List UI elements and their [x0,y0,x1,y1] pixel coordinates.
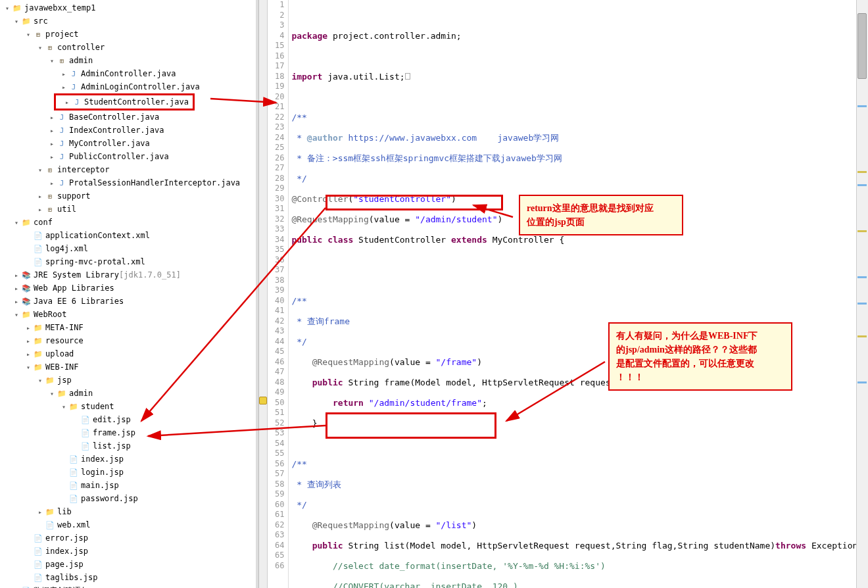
code-area[interactable]: package project.controller.admin; import… [289,0,868,588]
tree-item[interactable]: ▾📁admin [0,387,256,400]
tree-item[interactable]: 📄list.jsp [0,439,256,453]
scroll-thumb[interactable] [857,13,867,79]
tree-item[interactable]: ▾📁WEB-INF [0,360,256,374]
tree-item[interactable]: ▾📁jsp [0,374,256,387]
tree-item[interactable]: ▾⊞project [0,28,256,41]
tree-item[interactable]: ▾📁student [0,400,256,413]
tree-item[interactable]: ▸JProtalSessionHandlerInterceptor.java [0,176,256,189]
tree-item[interactable]: ▸JAdminController.java [0,67,256,80]
tree-item[interactable]: ▸JPublicController.java [0,150,256,163]
tree-item[interactable]: ▸📚JRE System Library [jdk1.7.0_51] [0,268,256,282]
annotation-callout: 有人有疑问，为什么是WEB-INF下 的jsp/admin这样的路径？？这些都 … [608,322,792,391]
tree-item[interactable]: 📄applicationContext.xml [0,229,256,242]
tree-item[interactable]: 📄taglibs.jsp [0,571,256,584]
tree-item[interactable]: ▾📁conf [0,216,256,229]
tree-item[interactable]: ▾⊞interceptor [0,163,256,176]
tree-item[interactable]: ▾📁javawebxx_temp1 [0,1,256,14]
tree-item[interactable]: 📄index.jsp [0,453,256,466]
annotation-callout: return这里的意思就是找到对应 位置的jsp页面 [519,195,683,235]
tree-item[interactable]: ▾⊞controller [0,41,256,54]
tree-item[interactable]: 📄main.jsp [0,479,256,492]
line-gutter: 1234151617181920212223242526272829303132… [268,0,289,588]
project-explorer[interactable]: ▾📁javawebxx_temp1 ▾📁src ▾⊞project ▾⊞cont… [0,0,256,588]
warning-marker-icon[interactable] [259,397,267,404]
tree-item[interactable]: ▾⊞admin [0,54,256,67]
tree-item[interactable]: ▸JMyController.java [0,137,256,150]
tree-item[interactable]: ▸JIndexController.java [0,124,256,137]
vertical-scrollbar[interactable] [856,0,868,588]
tree-item[interactable]: ▸📁upload [0,347,256,360]
tree-item[interactable]: ▾📁WebRoot [0,308,256,321]
tree-item[interactable]: ▸📁lib [0,505,256,518]
tree-item[interactable]: 📄数据库创建语句 [0,584,256,588]
tree-item[interactable]: ▸JBaseController.java [0,110,256,124]
tree-item[interactable]: ▸📁META-INF [0,321,256,334]
tree-item[interactable]: ▸📚Java EE 6 Libraries [0,295,256,308]
tree-item-selected[interactable]: ▸JStudentController.java [57,95,191,109]
tree-item[interactable]: 📄web.xml [0,518,256,531]
tree-item[interactable]: 📄frame.jsp [0,426,256,439]
tree-item[interactable]: 📄password.jsp [0,492,256,505]
tree-item[interactable]: 📄page.jsp [0,558,256,571]
tree-item[interactable]: ▸📁resource [0,334,256,347]
tree-item[interactable]: 📄edit.jsp [0,413,256,426]
tree-item[interactable]: 📄login.jsp [0,466,256,479]
tree-item[interactable]: 📄error.jsp [0,531,256,545]
tree-item[interactable]: ▸⊞util [0,203,256,216]
tree-item[interactable]: 📄index.jsp [0,545,256,558]
tree-item[interactable]: ▸⊞support [0,189,256,203]
tree-item[interactable]: ▸JAdminLoginController.java [0,80,256,93]
code-editor[interactable]: 1234151617181920212223242526272829303132… [259,0,868,588]
tree-item[interactable]: ▸📚Web App Libraries [0,282,256,295]
tree-item[interactable]: 📄log4j.xml [0,242,256,255]
editor-ruler [259,0,268,588]
tree-item[interactable]: 📄spring-mvc-protal.xml [0,255,256,268]
tree-item[interactable]: ▾📁src [0,14,256,28]
